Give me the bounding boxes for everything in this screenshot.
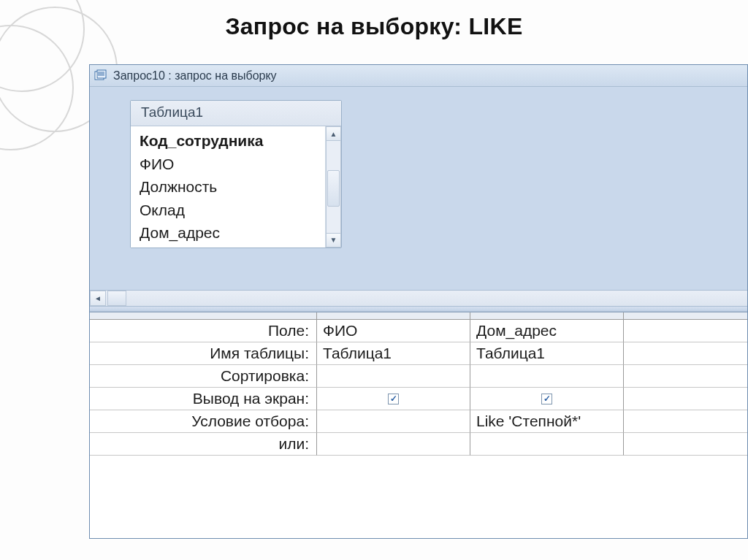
grid-cell-or[interactable] xyxy=(316,433,470,456)
checkbox-checked-icon[interactable] xyxy=(388,394,399,404)
grid-cell-criteria[interactable] xyxy=(623,410,747,433)
pane-splitter[interactable] xyxy=(90,306,747,312)
scroll-thumb[interactable] xyxy=(327,170,340,207)
column-header[interactable] xyxy=(623,312,747,320)
field-list[interactable]: Код_сотрудника ФИО Должность Оклад Дом_а… xyxy=(131,126,325,248)
row-label-criteria: Условие отбора: xyxy=(90,410,316,433)
design-grid: Поле: ФИО Дом_адрес Имя таблицы: Таблица… xyxy=(90,312,747,456)
slide-title: Запрос на выборку: LIKE xyxy=(0,13,748,40)
grid-cell-field[interactable]: Дом_адрес xyxy=(470,320,623,342)
field-item[interactable]: ФИО xyxy=(131,153,325,176)
scroll-left-arrow-icon[interactable]: ◄ xyxy=(90,291,106,306)
grid-cell-table[interactable] xyxy=(623,342,747,365)
field-item[interactable]: Оклад xyxy=(131,199,325,222)
table-field-list-title[interactable]: Таблица1 xyxy=(131,101,341,126)
scroll-thumb[interactable] xyxy=(107,291,126,306)
row-label-sort: Сортировка: xyxy=(90,365,316,388)
grid-cell-or[interactable] xyxy=(623,433,747,456)
column-header[interactable] xyxy=(316,312,470,320)
row-label-show: Вывод на экран: xyxy=(90,388,316,410)
grid-cell-field[interactable] xyxy=(623,320,747,342)
grid-cell-field[interactable]: ФИО xyxy=(316,320,470,342)
field-item[interactable]: Дом_адрес xyxy=(131,221,325,245)
vertical-scrollbar[interactable]: ▲ ▼ xyxy=(325,126,341,248)
grid-cell-show[interactable] xyxy=(623,388,747,410)
field-item[interactable]: Код_сотрудника xyxy=(131,129,325,153)
row-label-or: или: xyxy=(90,433,316,456)
column-header[interactable] xyxy=(470,312,623,320)
row-label-field: Поле: xyxy=(90,320,316,342)
checkbox-checked-icon[interactable] xyxy=(541,394,552,404)
grid-corner xyxy=(90,312,316,320)
scroll-down-arrow-icon[interactable]: ▼ xyxy=(326,233,341,248)
query-design-window: Запрос10 : запрос на выборку Таблица1 Ко… xyxy=(89,64,748,539)
query-icon xyxy=(94,69,107,83)
grid-cell-sort[interactable] xyxy=(623,365,747,388)
grid-cell-sort[interactable] xyxy=(470,365,623,388)
grid-cell-table[interactable]: Таблица1 xyxy=(316,342,470,365)
svg-point-2 xyxy=(0,26,73,150)
field-item[interactable]: Должность xyxy=(131,175,325,199)
grid-cell-criteria[interactable] xyxy=(316,410,470,433)
grid-cell-table[interactable]: Таблица1 xyxy=(470,342,623,365)
window-titlebar[interactable]: Запрос10 : запрос на выборку xyxy=(90,65,747,87)
grid-cell-show[interactable] xyxy=(470,388,623,410)
scroll-track[interactable] xyxy=(326,141,341,233)
row-label-table: Имя таблицы: xyxy=(90,342,316,365)
table-field-list[interactable]: Таблица1 Код_сотрудника ФИО Должность Ок… xyxy=(130,100,342,248)
grid-cell-sort[interactable] xyxy=(316,365,470,388)
design-grid-pane[interactable]: Поле: ФИО Дом_адрес Имя таблицы: Таблица… xyxy=(90,312,747,538)
horizontal-scrollbar[interactable]: ◄ xyxy=(90,290,747,306)
grid-cell-show[interactable] xyxy=(316,388,470,410)
tables-pane[interactable]: Таблица1 Код_сотрудника ФИО Должность Ок… xyxy=(90,87,747,306)
grid-cell-criteria[interactable]: Like 'Степной*' xyxy=(470,410,623,433)
window-title-text: Запрос10 : запрос на выборку xyxy=(113,69,277,83)
scroll-up-arrow-icon[interactable]: ▲ xyxy=(326,126,341,141)
grid-cell-or[interactable] xyxy=(470,433,623,456)
